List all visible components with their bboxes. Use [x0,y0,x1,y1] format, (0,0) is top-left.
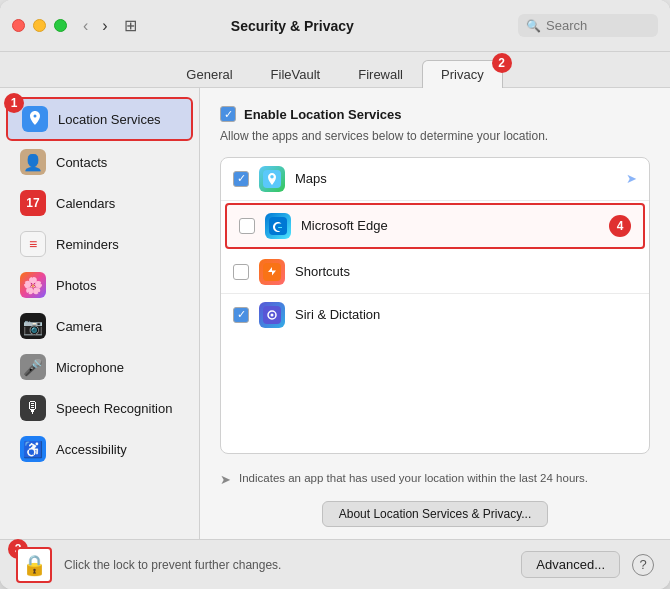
calendars-icon: 17 [20,190,46,216]
tabs-bar: General FileVault Firewall Privacy 2 [0,52,670,88]
help-button[interactable]: ? [632,554,654,576]
sidebar-item-reminders[interactable]: ≡ Reminders [6,224,193,264]
enable-row: ✓ Enable Location Services [220,106,650,122]
siri-icon [259,302,285,328]
sidebar-item-calendars[interactable]: 17 Calendars [6,183,193,223]
accessibility-icon: ♿ [20,436,46,462]
maps-icon [259,166,285,192]
sidebar-item-label-reminders: Reminders [56,237,119,252]
shortcuts-name: Shortcuts [295,264,637,279]
tab-privacy[interactable]: Privacy 2 [422,60,503,88]
maps-arrow-icon: ➤ [626,171,637,186]
siri-checkbox[interactable]: ✓ [233,307,249,323]
app-row-edge[interactable]: Microsoft Edge 4 [225,203,645,249]
traffic-lights [12,19,67,32]
sidebar-item-label-location: Location Services [58,112,161,127]
shortcuts-checkbox[interactable] [233,264,249,280]
sidebar-item-speech[interactable]: 🎙 Speech Recognition [6,388,193,428]
right-panel: ✓ Enable Location Services Allow the app… [200,88,670,539]
tab-filevault[interactable]: FileVault [252,60,340,88]
minimize-button[interactable] [33,19,46,32]
search-input[interactable] [546,18,650,33]
edge-name: Microsoft Edge [301,218,599,233]
speech-icon: 🎙 [20,395,46,421]
lock-text: Click the lock to prevent further change… [64,558,509,572]
close-button[interactable] [12,19,25,32]
enable-description: Allow the apps and services below to det… [220,128,650,145]
location-icon [22,106,48,132]
search-box[interactable]: 🔍 [518,14,658,37]
lock-wrap: 3 🔒 [16,547,52,583]
tab-general[interactable]: General [167,60,251,88]
svg-rect-1 [269,217,287,235]
sidebar-item-label-camera: Camera [56,319,102,334]
sidebar-item-contacts[interactable]: 👤 Contacts [6,142,193,182]
about-location-button[interactable]: About Location Services & Privacy... [322,501,549,527]
edge-checkbox[interactable] [239,218,255,234]
window: ‹ › ⊞ Security & Privacy 🔍 General FileV… [0,0,670,589]
titlebar: ‹ › ⊞ Security & Privacy 🔍 [0,0,670,52]
maximize-button[interactable] [54,19,67,32]
photos-icon: 🌸 [20,272,46,298]
maps-name: Maps [295,171,616,186]
sidebar-item-label-accessibility: Accessibility [56,442,127,457]
enable-checkbox[interactable]: ✓ [220,106,236,122]
app-row-siri[interactable]: ✓ Siri & Dictation [221,294,649,336]
search-icon: 🔍 [526,19,541,33]
sidebar-badge: 1 [4,93,24,113]
sidebar-item-label-contacts: Contacts [56,155,107,170]
sidebar-item-camera[interactable]: 📷 Camera [6,306,193,346]
sidebar-item-microphone[interactable]: 🎤 Microphone [6,347,193,387]
sidebar-item-location[interactable]: 1 Location Services [6,97,193,141]
app-row-badge: 4 [609,215,631,237]
sidebar-item-label-microphone: Microphone [56,360,124,375]
app-row-shortcuts[interactable]: Shortcuts [221,251,649,294]
shortcuts-icon [259,259,285,285]
svg-point-5 [271,313,274,316]
sidebar-item-photos[interactable]: 🌸 Photos [6,265,193,305]
sidebar-item-label-speech: Speech Recognition [56,401,172,416]
advanced-button[interactable]: Advanced... [521,551,620,578]
reminders-icon: ≡ [20,231,46,257]
sidebar: 1 Location Services 👤 Contacts 17 Calend… [0,88,200,539]
bottom-bar: 3 🔒 Click the lock to prevent further ch… [0,539,670,589]
sidebar-item-label-photos: Photos [56,278,96,293]
siri-name: Siri & Dictation [295,307,637,322]
app-row-maps[interactable]: ✓ Maps ➤ [221,158,649,201]
camera-icon: 📷 [20,313,46,339]
window-title: Security & Privacy [67,18,518,34]
contacts-icon: 👤 [20,149,46,175]
tab-badge: 2 [492,53,512,73]
sidebar-item-accessibility[interactable]: ♿ Accessibility [6,429,193,469]
microphone-icon: 🎤 [20,354,46,380]
note-row: ➤ Indicates an app that has used your lo… [220,462,650,497]
lock-button[interactable]: 🔒 [16,547,52,583]
sidebar-item-label-calendars: Calendars [56,196,115,211]
note-arrow-icon: ➤ [220,471,231,489]
note-text: Indicates an app that has used your loca… [239,470,588,486]
lock-icon: 🔒 [22,553,47,577]
app-list: ✓ Maps ➤ [220,157,650,454]
maps-checkbox[interactable]: ✓ [233,171,249,187]
main-content: 1 Location Services 👤 Contacts 17 Calend… [0,88,670,539]
enable-label: Enable Location Services [244,107,402,122]
tab-firewall[interactable]: Firewall [339,60,422,88]
edge-icon [265,213,291,239]
